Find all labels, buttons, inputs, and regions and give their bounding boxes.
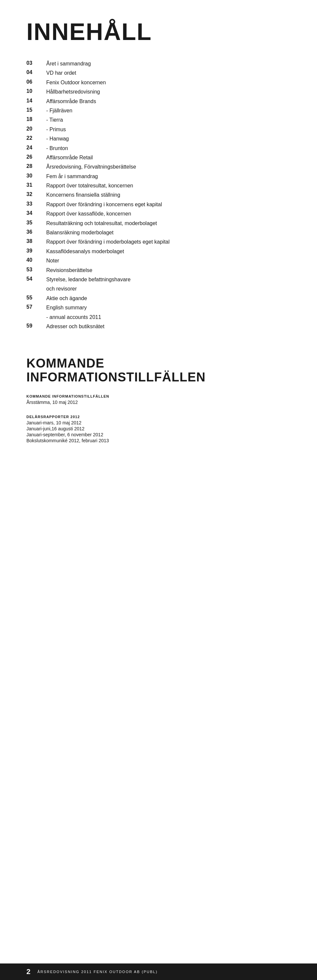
toc-item: 57English summary <box>27 304 290 311</box>
toc-item: 53Revisionsberättelse <box>27 267 290 274</box>
toc-number: 38 <box>27 238 46 244</box>
toc-number: 26 <box>27 154 46 160</box>
toc-text: Fenix Outdoor koncernen <box>46 79 106 86</box>
toc-item: 59Adresser och butiksnätet <box>27 323 290 330</box>
toc-text: Rapport över förändring i koncernens ege… <box>46 201 162 208</box>
toc-number: 24 <box>27 145 46 151</box>
toc-item: 39Kassaflödesanalys moderbolaget <box>27 248 290 255</box>
toc-item: 38Rapport över förändring i moderbolaget… <box>27 238 290 246</box>
toc-item: 35Resultaträkning och totalresultat, mod… <box>27 220 290 227</box>
page-title: INNEHÅLL <box>27 20 290 44</box>
toc-item: och revisorer <box>27 285 290 293</box>
toc-number: 06 <box>27 79 46 85</box>
reports-list: Januari-mars, 10 maj 2012Januari-juni,16… <box>27 420 290 443</box>
toc-text: Styrelse, ledande befattningshavare <box>46 276 130 283</box>
toc-item: 36Balansräkning moderbolaget <box>27 229 290 236</box>
toc-text: English summary <box>46 304 87 311</box>
toc-text: Året i sammandrag <box>46 60 91 67</box>
toc-text: Adresser och butiksnätet <box>46 323 105 330</box>
toc-text: - Brunton <box>46 145 68 152</box>
toc-number: 39 <box>27 248 46 254</box>
toc-item: 26Affärsområde Retail <box>27 154 290 161</box>
toc-text: Resultaträkning och totalresultat, moder… <box>46 220 157 227</box>
toc-text: - Fjällräven <box>46 107 72 115</box>
toc-item: 33Rapport över förändring i koncernens e… <box>27 201 290 208</box>
toc-item: 24- Brunton <box>27 145 290 152</box>
toc-item: 40Noter <box>27 257 290 264</box>
toc-item: 15- Fjällräven <box>27 107 290 115</box>
toc-number: 59 <box>27 323 46 329</box>
report-item: Januari-mars, 10 maj 2012 <box>27 420 290 425</box>
toc-text: Årsredovisning, Förvaltningsberättelse <box>46 163 136 170</box>
toc-number: 36 <box>27 229 46 235</box>
toc-item: 04VD har ordet <box>27 69 290 77</box>
toc-number: 14 <box>27 98 46 104</box>
toc-number: 15 <box>27 107 46 113</box>
toc-number: 57 <box>27 304 46 310</box>
toc-number: 55 <box>27 295 46 301</box>
toc-number: 30 <box>27 173 46 179</box>
report-item: Januari-juni,16 augusti 2012 <box>27 426 290 431</box>
toc-text: - Hanwag <box>46 135 69 142</box>
toc-text: - Tierra <box>46 116 63 124</box>
toc-section: 03Året i sammandrag04VD har ordet06Fenix… <box>27 60 290 330</box>
toc-text: Affärsområde Retail <box>46 154 93 161</box>
toc-number: 33 <box>27 201 46 207</box>
toc-number: 54 <box>27 276 46 282</box>
toc-number: 18 <box>27 116 46 122</box>
toc-text: Kassaflödesanalys moderbolaget <box>46 248 124 255</box>
toc-item: 30Fem år i sammandrag <box>27 173 290 180</box>
toc-number: 04 <box>27 69 46 75</box>
kommande-detail: Årsstämma, 10 maj 2012 <box>27 399 290 405</box>
toc-item: 20- Primus <box>27 126 290 133</box>
toc-text: Fem år i sammandrag <box>46 173 98 180</box>
toc-text: Hållbarhetsredovisning <box>46 88 100 95</box>
toc-text: VD har ordet <box>46 69 76 77</box>
page: INNEHÅLL 03Året i sammandrag04VD har ord… <box>0 0 317 980</box>
toc-number: 22 <box>27 135 46 141</box>
footer-text: ÅRSREDOVISNING 2011 FENIX OUTDOOR AB (PU… <box>37 970 157 974</box>
kommande-title: KOMMANDE INFORMATIONSTILLFÄLLEN <box>27 356 290 384</box>
toc-number: 34 <box>27 210 46 216</box>
toc-item: 03Året i sammandrag <box>27 60 290 67</box>
toc-number: 28 <box>27 163 46 169</box>
toc-item: 06Fenix Outdoor koncernen <box>27 79 290 86</box>
toc-number: 20 <box>27 126 46 132</box>
toc-item: 32Koncernens finansiella ställning <box>27 191 290 199</box>
toc-text: och revisorer <box>46 285 77 293</box>
toc-item: 28Årsredovisning, Förvaltningsberättelse <box>27 163 290 170</box>
toc-item: 31Rapport över totalresultat, koncernen <box>27 182 290 189</box>
toc-item: 55Aktie och ägande <box>27 295 290 302</box>
toc-text: - annual accounts 2011 <box>46 313 101 321</box>
toc-item: 10Hållbarhetsredovisning <box>27 88 290 95</box>
toc-text: Rapport över kassaflöde, koncernen <box>46 210 131 218</box>
footer-bar: 2 ÅRSREDOVISNING 2011 FENIX OUTDOOR AB (… <box>0 964 317 980</box>
report-item: Bokslutskommuniké 2012, februari 2013 <box>27 438 290 443</box>
toc-number: 31 <box>27 182 46 188</box>
toc-item: 14Affärsområde Brands <box>27 98 290 105</box>
toc-number: 10 <box>27 88 46 94</box>
toc-item: - annual accounts 2011 <box>27 313 290 321</box>
toc-text: Koncernens finansiella ställning <box>46 191 120 199</box>
delarsrapporter-title: DELÅRSRAPPORTER 2012 <box>27 415 290 419</box>
toc-text: Revisionsberättelse <box>46 267 92 274</box>
toc-number: 53 <box>27 267 46 273</box>
footer-number: 2 <box>27 967 31 976</box>
title-section: INNEHÅLL <box>27 20 290 44</box>
toc-text: Balansräkning moderbolaget <box>46 229 114 236</box>
toc-number: 03 <box>27 60 46 66</box>
toc-text: Noter <box>46 257 59 264</box>
toc-text: Rapport över totalresultat, koncernen <box>46 182 133 189</box>
kommande-subtitle: KOMMANDE INFORMATIONSTILLFÄLLEN <box>27 394 290 398</box>
delarsrapporter-section: DELÅRSRAPPORTER 2012 Januari-mars, 10 ma… <box>27 415 290 443</box>
toc-number: 35 <box>27 220 46 226</box>
kommande-section: KOMMANDE INFORMATIONSTILLFÄLLEN KOMMANDE… <box>27 356 290 443</box>
toc-item: 34Rapport över kassaflöde, koncernen <box>27 210 290 218</box>
toc-number: 32 <box>27 191 46 197</box>
toc-item: 18- Tierra <box>27 116 290 124</box>
toc-item: 22- Hanwag <box>27 135 290 142</box>
toc-text: Rapport över förändring i moderbolagets … <box>46 238 170 246</box>
toc-item: 54Styrelse, ledande befattningshavare <box>27 276 290 283</box>
toc-text: Aktie och ägande <box>46 295 87 302</box>
toc-text: - Primus <box>46 126 66 133</box>
